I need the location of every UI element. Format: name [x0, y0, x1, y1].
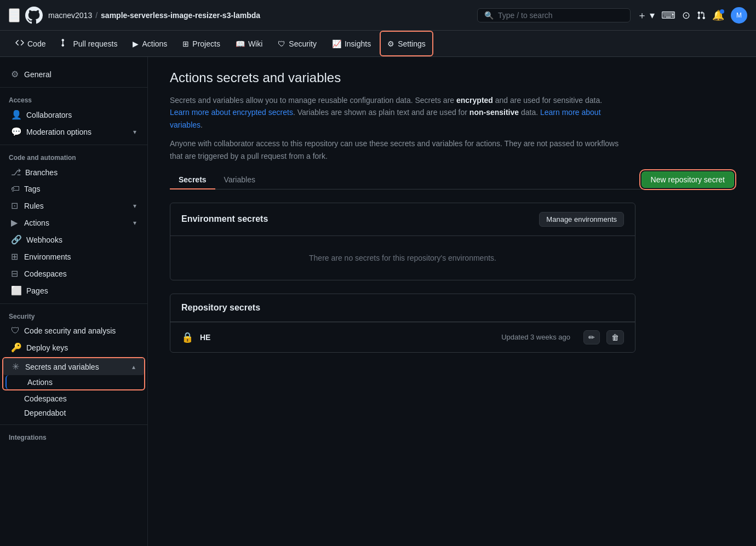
tab-pr-label: Pull requests	[73, 39, 117, 48]
tab-projects-label: Projects	[192, 39, 220, 48]
sidebar-divider-4	[0, 424, 147, 425]
main-layout: ⚙ General Access 👤 Collaborators 💬 Moder…	[0, 57, 756, 546]
sidebar-item-environments[interactable]: ⊞ Environments	[2, 248, 145, 265]
avatar[interactable]: M	[731, 7, 747, 24]
desc2-cont: data.	[519, 108, 540, 117]
moderation-icon: 💬	[11, 127, 22, 137]
desc3-text: .	[201, 120, 203, 129]
tab-secrets[interactable]: Secrets	[170, 171, 215, 189]
breadcrumb-owner[interactable]: macnev2013	[48, 11, 92, 20]
sidebar-item-tags[interactable]: 🏷 Tags	[2, 181, 145, 197]
sidebar-codespaces-sub-label: Codespaces	[24, 394, 67, 403]
search-bar[interactable]: 🔍 Type / to search	[477, 8, 631, 22]
actions-chevron-icon: ▾	[133, 219, 136, 227]
sidebar-item-webhooks[interactable]: 🔗 Webhooks	[2, 231, 145, 248]
delete-secret-button[interactable]: 🗑	[606, 330, 624, 344]
sidebar-divider-1	[0, 87, 147, 88]
tab-projects[interactable]: ⊞ Projects	[176, 31, 227, 56]
lock-icon: 🔒	[181, 331, 193, 343]
pr-button[interactable]	[697, 11, 706, 20]
sidebar-item-rules[interactable]: ⊡ Rules ▾	[2, 197, 145, 214]
hamburger-button[interactable]: ☰	[9, 8, 20, 22]
sidebar-item-actions[interactable]: ▶ Actions ▾	[2, 214, 145, 231]
tabs-left: Secrets Variables	[170, 171, 642, 189]
tag-icon: 🏷	[11, 184, 20, 194]
manage-environments-button[interactable]: Manage environments	[539, 212, 624, 227]
codespaces-icon: ⊟	[11, 268, 20, 279]
sidebar-rules-label: Rules	[24, 202, 44, 210]
env-secrets-section: Environment secrets Manage environments …	[170, 203, 635, 280]
person-icon: 👤	[11, 110, 22, 120]
tab-security[interactable]: 🛡 Security	[271, 31, 323, 56]
edit-secret-button[interactable]: ✏	[583, 330, 600, 344]
branch-icon: ⎇	[11, 167, 21, 177]
sidebar-dependabot-sub-label: Dependabot	[24, 409, 66, 417]
sidebar-sub-item-codespaces[interactable]: Codespaces	[2, 392, 145, 406]
sidebar-item-code-security[interactable]: 🛡 Code security and analysis	[2, 323, 145, 339]
breadcrumb-repo[interactable]: sample-serverless-image-resizer-s3-lambd…	[101, 11, 260, 20]
tab-insights-label: Insights	[345, 39, 371, 48]
webhooks-icon: 🔗	[11, 234, 22, 245]
sidebar-item-pages[interactable]: ⬜ Pages	[2, 282, 145, 299]
insights-nav-icon: 📈	[332, 39, 341, 48]
sidebar-security-section: Security	[0, 308, 147, 323]
tab-code[interactable]: Code	[9, 31, 52, 56]
desc2-bold: non-sensitive	[469, 108, 519, 117]
asterisk-icon: ✳	[12, 361, 21, 372]
notifications-button[interactable]: 🔔	[712, 9, 724, 21]
desc1-cont: and are used for sensitive data.	[493, 96, 602, 105]
sidebar-divider-3	[0, 303, 147, 304]
environments-icon: ⊞	[11, 251, 20, 262]
repo-secrets-title: Repository secrets	[181, 303, 260, 313]
pencil-icon: ✏	[588, 333, 595, 342]
sidebar-sub-item-actions[interactable]: Actions	[5, 375, 142, 389]
wiki-nav-icon: 📖	[236, 39, 245, 48]
tab-variables[interactable]: Variables	[215, 171, 264, 189]
search-placeholder: Type / to search	[498, 11, 553, 20]
tab-wiki[interactable]: 📖 Wiki	[229, 31, 269, 56]
tab-settings[interactable]: ⚙ Settings	[380, 31, 433, 56]
moderation-chevron-icon: ▾	[133, 128, 136, 136]
terminal-icon: ⌨	[661, 9, 675, 21]
sidebar-item-collaborators[interactable]: 👤 Collaborators	[2, 106, 145, 123]
tab-insights[interactable]: 📈 Insights	[325, 31, 377, 56]
secrets-chevron-icon: ▴	[132, 363, 135, 371]
learn-secrets-link[interactable]: Learn more about encrypted secrets	[170, 108, 293, 117]
settings-nav-icon: ⚙	[387, 39, 394, 48]
desc1-text: Secrets and variables allow you to manag…	[170, 96, 456, 105]
sidebar-access-section: Access	[0, 92, 147, 106]
sidebar-environments-label: Environments	[24, 252, 71, 261]
projects-nav-icon: ⊞	[182, 39, 189, 48]
new-secret-button[interactable]: New repository secret	[642, 171, 734, 188]
issues-button[interactable]: ⊙	[682, 9, 690, 21]
sidebar-branches-label: Branches	[25, 168, 58, 177]
sidebar-sub-item-dependabot[interactable]: Dependabot	[2, 406, 145, 420]
sidebar-item-moderation[interactable]: 💬 Moderation options ▾	[2, 123, 145, 140]
tab-pullrequests[interactable]: Pull requests	[54, 31, 124, 56]
tab-code-label: Code	[27, 39, 45, 48]
breadcrumb-sep: /	[95, 11, 98, 20]
issues-icon: ⊙	[682, 9, 690, 21]
gear-icon: ⚙	[11, 69, 20, 79]
secret-updated-he: Updated 3 weeks ago	[501, 333, 570, 341]
rules-chevron-icon: ▾	[133, 202, 136, 210]
security-nav-icon: 🛡	[278, 39, 285, 48]
sidebar-code-security-label: Code security and analysis	[24, 326, 116, 335]
github-logo[interactable]	[25, 7, 43, 24]
sidebar-secrets-vars-label: Secrets and variables	[25, 363, 99, 371]
sidebar-item-branches[interactable]: ⎇ Branches	[2, 164, 145, 181]
tab-wiki-label: Wiki	[248, 39, 262, 48]
actions-icon: ▶	[11, 217, 20, 228]
search-icon: 🔍	[484, 11, 494, 20]
shield-icon: 🛡	[11, 326, 20, 336]
sidebar-item-codespaces[interactable]: ⊟ Codespaces	[2, 265, 145, 282]
tab-actions[interactable]: ▶ Actions	[126, 31, 174, 56]
sidebar-item-secrets-vars[interactable]: ✳ Secrets and variables ▴	[3, 358, 144, 375]
plus-button[interactable]: ＋ ▾	[637, 9, 655, 22]
sidebar-item-general[interactable]: ⚙ General	[2, 66, 145, 83]
terminal-button[interactable]: ⌨	[661, 9, 675, 21]
sidebar-moderation-label: Moderation options	[26, 128, 91, 136]
pr-nav-icon	[61, 38, 70, 49]
content-area: Actions secrets and variables Secrets an…	[148, 57, 756, 546]
sidebar-item-deploy-keys[interactable]: 🔑 Deploy keys	[2, 339, 145, 356]
